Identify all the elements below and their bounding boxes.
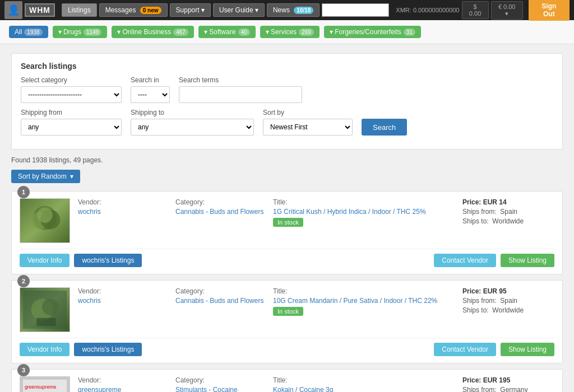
listing-actions-1: Vendor Info wochris's Listings Contact V… xyxy=(20,249,554,267)
shipping-to-select[interactable]: any xyxy=(131,119,254,136)
category-tabs: All 1938 ▾ Drugs 1149 ▾ Online Business … xyxy=(0,20,574,44)
search-terms-input[interactable] xyxy=(179,86,302,103)
category-link-3[interactable]: Stimulants - Cocaine xyxy=(175,386,267,392)
vendor-label-2: Vendor: xyxy=(78,287,170,295)
listing-left-actions-1: Vendor Info wochris's Listings xyxy=(20,254,142,267)
vendor-listings-btn-1[interactable]: wochris's Listings xyxy=(74,254,142,267)
listing-card-1: 1 Vendor: wochris Categ xyxy=(11,191,563,274)
vendor-info-btn-1[interactable]: Vendor Info xyxy=(20,254,70,267)
price-col-3: Price: EUR 195 Ships from: Germany xyxy=(462,376,554,392)
cat-tab-drugs[interactable]: ▾ Drugs 1149 xyxy=(53,26,108,38)
user-guide-nav-btn[interactable]: User Guide ▾ xyxy=(213,3,265,17)
listing-actions-2: Vendor Info wochris's Listings Contact V… xyxy=(20,338,554,356)
cat-count-drugs: 1149 xyxy=(84,29,101,36)
sign-out-button[interactable]: Sign Out xyxy=(529,0,570,21)
listing-left-actions-2: Vendor Info wochris's Listings xyxy=(20,343,142,356)
messages-nav-btn[interactable]: Messages 0 new xyxy=(99,3,168,17)
category-select[interactable]: ------------------------ xyxy=(21,86,122,103)
shipping-from-group: Shipping from any xyxy=(21,109,122,136)
cat-tab-services[interactable]: ▾ Services 269 xyxy=(260,26,320,38)
category-label-3: Category: xyxy=(175,376,267,384)
cat-count-forgeries: 31 xyxy=(404,29,415,36)
sort-random-chevron-icon: ▾ xyxy=(70,172,73,180)
search-section: Search listings Select category --------… xyxy=(11,53,563,150)
category-label-1: Category: xyxy=(175,198,267,206)
nav-search-input[interactable] xyxy=(322,3,389,17)
svg-rect-7 xyxy=(36,318,55,326)
ships-to-2: Ships to: Worldwide xyxy=(462,306,554,314)
contact-vendor-btn-1[interactable]: Contact Vendor xyxy=(434,254,496,267)
cat-tab-online[interactable]: ▾ Online Business 467 xyxy=(112,26,194,38)
title-link-3[interactable]: Kokain / Cocaine 3g xyxy=(273,386,457,392)
price-col-2: Price: EUR 95 Ships from: Spain Ships to… xyxy=(462,287,554,316)
listing-thumb-2 xyxy=(20,287,70,332)
logo-area: 👤 WHM xyxy=(4,1,55,19)
cat-count-all: 1938 xyxy=(24,29,42,36)
ships-to-1: Ships to: Worldwide xyxy=(462,217,554,225)
listing-details-2: Vendor: wochris Category: Cannabis - Bud… xyxy=(78,287,554,316)
search-form-row1: Select category ------------------------… xyxy=(21,76,553,103)
cat-count-software: 40 xyxy=(238,29,250,36)
search-title: Search listings xyxy=(21,62,553,71)
ships-from-3: Ships from: Germany xyxy=(462,386,554,392)
top-navigation: 👤 WHM Listings Messages 0 new Support ▾ … xyxy=(0,0,574,20)
category-group: Select category ------------------------ xyxy=(21,76,122,103)
cat-count-online: 467 xyxy=(173,29,188,36)
sort-by-select[interactable]: Newest First xyxy=(263,119,353,136)
title-label-3: Title: xyxy=(273,376,457,384)
vendor-col-2: Vendor: wochris xyxy=(78,287,170,316)
title-link-1[interactable]: 1G Critical Kush / Hybrid Indica / Indoo… xyxy=(273,208,457,216)
svg-text:greensupreme: greensupreme xyxy=(25,384,57,390)
usd-balance[interactable]: $ 0.00 xyxy=(462,1,489,19)
search-in-select[interactable]: ---- xyxy=(131,86,170,103)
search-in-group: Search in ---- xyxy=(131,76,170,103)
cat-tab-all[interactable]: All 1938 xyxy=(9,26,48,38)
title-col-2: Title: 10G Cream Mandarin / Pure Sativa … xyxy=(273,287,457,316)
in-stock-badge-2: In stock xyxy=(273,307,303,316)
listings-container: 1 Vendor: wochris Categ xyxy=(11,191,563,392)
sort-by-label: Sort by xyxy=(263,109,353,116)
title-col-3: Title: Kokain / Cocaine 3g xyxy=(273,376,457,392)
search-button[interactable]: Search xyxy=(362,119,407,136)
vendor-col-1: Vendor: wochris xyxy=(78,198,170,227)
vendor-label-1: Vendor: xyxy=(78,198,170,206)
messages-badge: 0 new xyxy=(140,7,161,14)
vendor-info-btn-2[interactable]: Vendor Info xyxy=(20,343,70,356)
ships-from-1: Ships from: Spain xyxy=(462,208,554,216)
listing-thumb-3: greensupreme xyxy=(20,376,70,392)
show-listing-btn-1[interactable]: Show Listing xyxy=(501,254,554,267)
show-listing-btn-2[interactable]: Show Listing xyxy=(501,343,554,356)
category-link-1[interactable]: Cannabis - Buds and Flowers xyxy=(175,208,267,216)
category-link-2[interactable]: Cannabis - Buds and Flowers xyxy=(175,297,267,305)
shipping-from-select[interactable]: any xyxy=(21,119,122,136)
cat-tab-software[interactable]: ▾ Software 40 xyxy=(198,26,256,38)
sort-random-button[interactable]: Sort by Random ▾ xyxy=(11,170,80,183)
vendor-link-2[interactable]: wochris xyxy=(78,297,170,305)
listing-details-1: Vendor: wochris Category: Cannabis - Bud… xyxy=(78,198,554,227)
xmr-balance: XMR: 0.000000000000 xyxy=(396,7,459,13)
svg-point-6 xyxy=(42,299,58,315)
listing-number-2: 2 xyxy=(17,275,30,287)
vendor-link-1[interactable]: wochris xyxy=(78,208,170,216)
ships-from-2: Ships from: Spain xyxy=(462,297,554,305)
vendor-col-3: Vendor: greensupreme xyxy=(78,376,170,392)
category-label: Select category xyxy=(21,76,122,84)
eur-balance[interactable]: € 0.00 ▾ xyxy=(491,1,523,20)
cat-count-services: 269 xyxy=(299,29,314,36)
cat-tab-forgeries[interactable]: ▾ Forgeries/Counterfeits 31 xyxy=(324,26,421,38)
vendor-listings-btn-2[interactable]: wochris's Listings xyxy=(74,343,142,356)
search-btn-group: x Search xyxy=(362,109,407,136)
category-col-1: Category: Cannabis - Buds and Flowers xyxy=(175,198,267,227)
vendor-label-3: Vendor: xyxy=(78,376,170,384)
support-nav-btn[interactable]: Support ▾ xyxy=(170,3,211,17)
price-text-2: Price: EUR 95 xyxy=(462,287,554,295)
listings-nav-btn[interactable]: Listings xyxy=(62,3,97,17)
shipping-to-group: Shipping to any xyxy=(131,109,254,136)
category-col-2: Category: Cannabis - Buds and Flowers xyxy=(175,287,267,316)
search-terms-label: Search terms xyxy=(179,76,302,84)
news-nav-btn[interactable]: News 10/18 xyxy=(267,3,320,17)
title-link-2[interactable]: 10G Cream Mandarin / Pure Sativa / Indoo… xyxy=(273,297,457,305)
category-label-2: Category: xyxy=(175,287,267,295)
contact-vendor-btn-2[interactable]: Contact Vendor xyxy=(434,343,496,356)
vendor-link-3[interactable]: greensupreme xyxy=(78,386,170,392)
